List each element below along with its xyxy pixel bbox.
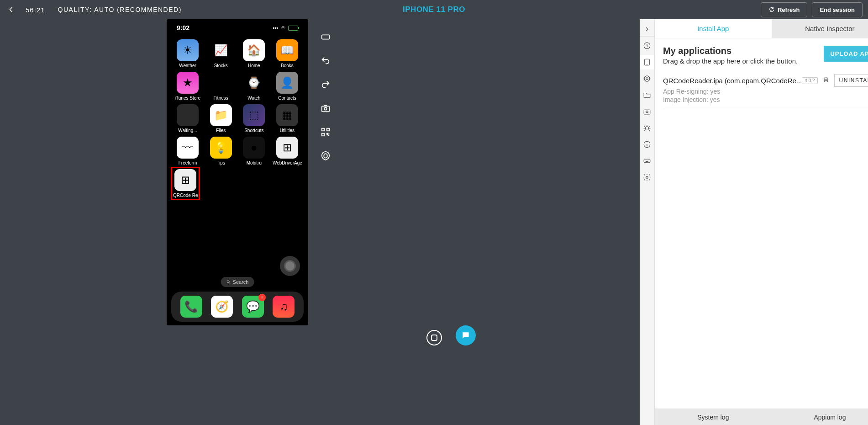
fitness-icon: ◯ xyxy=(210,72,232,94)
app-tips[interactable]: 💡Tips xyxy=(206,137,236,165)
redo-icon[interactable] xyxy=(320,79,331,90)
rail-bug-icon[interactable] xyxy=(640,121,654,135)
rail-folder-icon[interactable] xyxy=(640,88,654,102)
contacts-icon: 👤 xyxy=(276,72,298,94)
quality-label[interactable]: QUALITY: AUTO (RECOMMENDED) xyxy=(58,6,182,13)
app-label: Files xyxy=(206,128,236,133)
rotate-icon[interactable] xyxy=(320,31,331,43)
app-shortcuts[interactable]: ⬚Shortcuts xyxy=(239,104,268,133)
tab-native-inspector[interactable]: Native Inspector xyxy=(772,19,868,38)
tab-system-log[interactable]: System log xyxy=(655,409,772,425)
app-entry: QRCodeReader.ipa (com.epam.QRCodeRe... 4… xyxy=(663,74,868,109)
dock: 📞🧭💬!♫ xyxy=(171,292,304,322)
dock-music[interactable]: ♫ xyxy=(273,296,295,318)
svg-rect-2 xyxy=(322,106,330,112)
dock-messages[interactable]: 💬! xyxy=(242,296,264,318)
app-files[interactable]: 📁Files xyxy=(206,104,236,133)
app-label: WebDriverAge... xyxy=(273,160,302,165)
spotlight-search[interactable]: Search xyxy=(221,277,254,287)
collapse-panel-icon[interactable] xyxy=(640,22,654,37)
svg-point-9 xyxy=(646,78,648,80)
end-session-button[interactable]: End session xyxy=(812,2,863,17)
app-qrcode-reader[interactable]: ⊞QRCode Reader xyxy=(171,167,200,200)
svg-rect-4 xyxy=(322,128,325,131)
app-webdriverage-[interactable]: ⊞WebDriverAge... xyxy=(273,137,302,165)
app-contacts[interactable]: 👤Contacts xyxy=(273,72,302,101)
app-waiting-[interactable]: Waiting... xyxy=(173,104,202,133)
my-applications-title: My applications xyxy=(663,46,798,56)
itunes-icon: ★ xyxy=(177,72,199,94)
app-label: Stocks xyxy=(206,63,236,68)
device-screen[interactable]: 9:02 ••• ☀Weather📈Stocks🏠Home📖Books★iTun… xyxy=(167,19,308,325)
upload-app-button[interactable]: UPLOAD APP xyxy=(824,46,868,62)
safari-icon: 🧭 xyxy=(211,296,233,318)
svg-rect-5 xyxy=(327,128,330,131)
app-label: Waiting... xyxy=(173,128,202,133)
svg-point-12 xyxy=(646,111,648,113)
rail-device-icon[interactable] xyxy=(640,55,654,69)
rail-clock-icon[interactable] xyxy=(640,38,654,53)
notification-badge: ! xyxy=(258,294,266,301)
delete-app-icon[interactable] xyxy=(822,76,830,85)
tips-icon: 💡 xyxy=(210,137,232,159)
rail-location-icon[interactable] xyxy=(640,71,654,86)
wda-icon: ⊞ xyxy=(276,137,298,159)
assistive-touch[interactable] xyxy=(280,256,300,276)
app-label: QRCode Reader xyxy=(173,193,198,198)
refresh-label: Refresh xyxy=(778,6,800,13)
app-watch[interactable]: ⌚Watch xyxy=(239,72,268,101)
app-stocks[interactable]: 📈Stocks xyxy=(206,39,236,68)
svg-point-10 xyxy=(644,76,650,81)
tab-install-app[interactable]: Install App xyxy=(655,19,772,38)
svg-point-16 xyxy=(646,176,648,179)
svg-point-3 xyxy=(324,107,327,110)
app-label: Contacts xyxy=(273,96,302,101)
app-freeform[interactable]: 〰Freeform xyxy=(173,137,202,165)
app-books[interactable]: 📖Books xyxy=(273,39,302,68)
books-icon: 📖 xyxy=(276,39,298,61)
rail-settings-icon[interactable] xyxy=(640,170,654,185)
qr-icon[interactable] xyxy=(320,126,331,138)
uninstall-button[interactable]: UNINSTALL xyxy=(834,74,868,87)
app-itunes-store[interactable]: ★iTunes Store xyxy=(173,72,202,101)
files-icon: 📁 xyxy=(210,104,232,126)
app-label: iTunes Store xyxy=(173,96,202,101)
freeform-icon: 〰 xyxy=(177,137,199,159)
home-icon: 🏠 xyxy=(243,39,265,61)
app-label: Watch xyxy=(239,96,268,101)
rail-camera-icon[interactable] xyxy=(640,104,654,119)
status-icons: ••• xyxy=(273,25,298,31)
waiting-icon xyxy=(177,104,199,126)
app-version-badge: 4.0.2 xyxy=(802,77,817,84)
app-fitness[interactable]: ◯Fitness xyxy=(206,72,236,101)
undo-icon[interactable] xyxy=(320,55,331,67)
app-mobitru[interactable]: ●Mobitru xyxy=(239,137,268,165)
app-label: Utilities xyxy=(273,128,302,133)
refresh-button[interactable]: Refresh xyxy=(761,2,807,17)
dock-safari[interactable]: 🧭 xyxy=(211,296,233,318)
app-utilities[interactable]: ▦Utilities xyxy=(273,104,302,133)
stocks-icon: 📈 xyxy=(210,39,232,61)
dock-phone[interactable]: 📞 xyxy=(180,296,202,318)
rail-keyboard-icon[interactable] xyxy=(640,154,654,168)
app-label: Fitness xyxy=(206,96,236,101)
phone-icon: 📞 xyxy=(180,296,202,318)
mobitru-icon: ● xyxy=(243,137,265,159)
app-weather[interactable]: ☀Weather xyxy=(173,39,202,68)
back-arrow[interactable] xyxy=(5,4,16,15)
app-label: Home xyxy=(239,63,268,68)
app-entry-name: QRCodeReader.ipa (com.epam.QRCodeRe... xyxy=(663,77,802,85)
device-title: IPHONE 11 PRO xyxy=(403,5,465,14)
svg-rect-6 xyxy=(322,133,325,136)
chat-fab[interactable] xyxy=(456,325,476,345)
screenshot-icon[interactable] xyxy=(320,102,331,114)
home-button[interactable] xyxy=(426,330,442,345)
biometric-icon[interactable] xyxy=(320,150,331,162)
rail-info-icon[interactable] xyxy=(640,137,654,152)
tab-appium-log[interactable]: Appium log xyxy=(772,409,868,425)
app-home[interactable]: 🏠Home xyxy=(239,39,268,68)
device-clock: 9:02 xyxy=(177,24,189,32)
app-label: Mobitru xyxy=(239,160,268,165)
app-label: Books xyxy=(273,63,302,68)
music-icon: ♫ xyxy=(273,296,295,318)
